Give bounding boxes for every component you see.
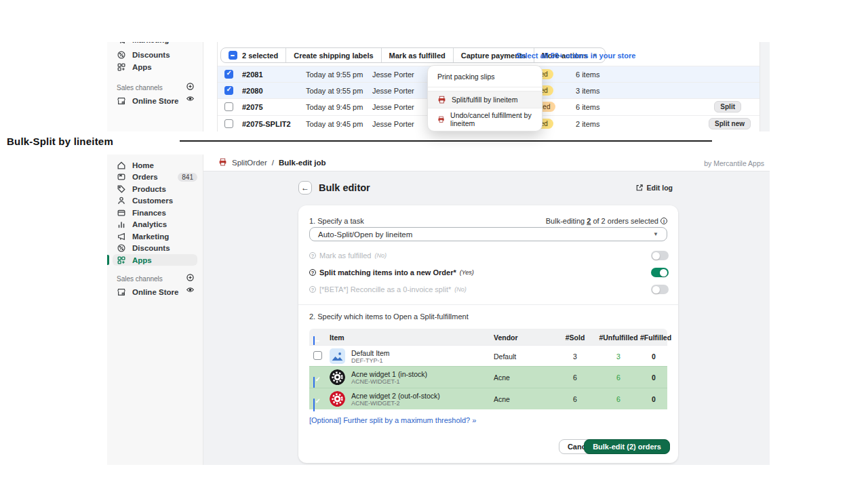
edit-log-button[interactable]: Edit log [635,184,673,192]
marketing-icon [117,42,126,45]
link-label: Select all 50+ orders in your store [516,52,635,60]
sidebar-item-label: Marketing [132,232,169,241]
menu-item-print-packing-slips[interactable]: Print packing slips [428,70,542,83]
sidebar-item-online-store[interactable]: Online Store [113,286,197,298]
toggle-label: Mark as fulfilled [319,251,371,260]
beta-reconcile-toggle[interactable] [651,285,669,294]
edit-log-label: Edit log [647,184,673,192]
toggle-label: Split matching items into a new Order* [319,268,456,277]
toggle-state-label: (Yes) [460,269,474,276]
sidebar-item-label: Discounts [132,244,170,252]
selected-count-label: 2 selected [242,52,278,60]
counter-number[interactable]: 2 [587,217,591,225]
help-icon[interactable]: ? [309,286,316,293]
task-select-value: Auto-Split/Open by lineitem [318,230,412,239]
optional-threshold-link[interactable]: [Optional] Further split by a maximum th… [309,416,476,424]
item-name: Acne widget 2 (out-of-stock) [351,392,440,400]
sidebar-item-home[interactable]: Home [113,159,197,171]
sidebar-item-orders[interactable]: Orders 841 [113,171,197,183]
item-thumbnail [330,391,345,407]
home-icon [117,161,126,170]
item-fulfilled: 0 [640,352,667,361]
item-fulfilled: 0 [640,395,667,403]
button-label: Create shipping labels [294,52,373,60]
admin-sidebar: Home Orders 841 Products Customers Finan… [107,155,203,465]
order-date: Today at 9:55 pm [306,87,363,95]
mark-as-fulfilled-button[interactable]: Mark as fulfilled [381,48,453,62]
items-table: Item Vendor #Sold #Unfulfilled #Fulfille… [309,329,667,409]
order-id[interactable]: #2075 [242,103,263,111]
active-item-indicator [107,255,109,265]
item-row[interactable]: Acne widget 1 (in-stock) ACNE-WIDGET-1 A… [309,366,667,388]
customers-icon [117,196,126,205]
view-store-eye-icon[interactable] [186,285,195,294]
orders-panel: Marketing Discounts Apps Sales channels … [107,42,770,131]
order-date: Today at 9:45 pm [306,120,363,128]
add-channel-icon[interactable] [186,273,195,282]
item-checkbox[interactable] [313,399,315,411]
sidebar-item-finances[interactable]: Finances [113,207,197,218]
sidebar-item-discounts[interactable]: Discounts [113,243,197,254]
sidebar-item-apps[interactable]: Apps [113,254,197,266]
menu-item-label: Undo/cancel fulfillment by lineitem [450,111,542,127]
apps-icon [117,62,126,72]
back-button[interactable]: ← [298,181,312,195]
sidebar-item-marketing-partial[interactable]: Marketing [117,42,197,46]
item-checkbox[interactable] [313,351,322,360]
card-divider [298,304,678,305]
app-header-bar: SplitOrder / Bulk-edit job by Mercantile… [203,155,770,171]
item-vendor: Acne [494,395,510,403]
item-row[interactable]: Default Item DEF-TYP-1 Default 3 3 0 [309,345,667,366]
sidebar-item-discounts[interactable]: Discounts [117,49,197,61]
task-select[interactable]: Auto-Split/Open by lineitem ▼ [309,227,667,241]
printer-icon [437,115,445,124]
view-store-eye-icon[interactable] [186,94,195,103]
toggle-row-split-matching-items: ? Split matching items into a new Order*… [309,267,669,278]
help-icon[interactable]: ? [309,252,316,259]
selection-count-segment[interactable]: 2 selected [221,48,285,62]
chevron-down-icon: ▼ [653,231,658,237]
app-name[interactable]: SplitOrder [232,159,267,167]
split-new-button[interactable]: Split new [709,118,751,129]
item-vendor: Acne [494,373,510,382]
splitorder-app-icon [218,158,227,167]
item-name: Default Item [351,349,390,357]
sidebar-item-analytics[interactable]: Analytics [113,219,197,230]
orders-icon [117,172,126,182]
bulk-edit-submit-button[interactable]: Bulk-edit (2) orders [584,439,670,454]
bulk-editing-counter: Bulk-editing 2 of 2 orders selected i [546,217,667,225]
menu-item-undo-cancel-fulfillment[interactable]: Undo/cancel fulfillment by lineitem [428,110,542,128]
row-checkbox[interactable] [224,86,233,95]
column-header-vendor: Vendor [494,333,518,342]
order-id[interactable]: #2075-SPLIT2 [242,120,291,128]
menu-item-split-fulfill-by-lineitem[interactable]: Split/fulfill by lineitem [428,91,542,108]
sidebar-item-customers[interactable]: Customers [113,195,197,207]
sidebar-item-apps[interactable]: Apps [117,61,197,73]
order-items-count: 6 items [576,103,599,111]
row-checkbox[interactable] [224,119,233,128]
split-matching-items-toggle[interactable] [651,268,669,277]
sidebar-item-products[interactable]: Products [113,183,197,195]
create-shipping-labels-button[interactable]: Create shipping labels [285,48,380,62]
row-checkbox[interactable] [224,102,233,111]
info-icon[interactable]: i [660,218,667,224]
row-checkbox[interactable] [224,70,233,79]
bulk-editor-card: 1. Specify a task Bulk-editing 2 of 2 or… [298,205,678,463]
item-vendor: Default [494,352,516,361]
add-channel-icon[interactable] [186,82,195,91]
order-items-count: 2 items [576,120,599,128]
mark-as-fulfilled-toggle[interactable] [651,251,669,260]
page: Marketing Discounts Apps Sales channels … [0,0,868,488]
select-all-checkbox[interactable] [229,51,237,60]
button-label: Mark as fulfilled [389,52,446,60]
order-id[interactable]: #2081 [242,70,263,79]
select-all-orders-link[interactable]: Select all 50+ orders in your store [516,52,635,60]
order-id[interactable]: #2080 [242,87,263,95]
item-unfulfilled: 6 [597,395,640,403]
split-button[interactable]: Split [714,101,741,113]
back-arrow-icon: ← [301,183,309,192]
item-row[interactable]: Acne widget 2 (out-of-stock) ACNE-WIDGET… [309,388,667,409]
toggle-state-label: (No) [454,286,467,293]
sidebar-item-marketing[interactable]: Marketing [113,230,197,242]
help-icon[interactable]: ? [309,269,316,276]
